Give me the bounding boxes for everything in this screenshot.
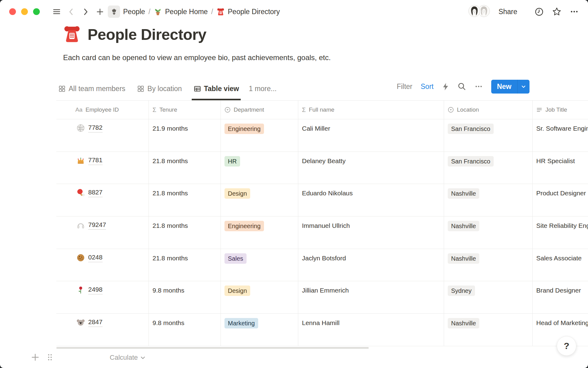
employee-id-cell[interactable]: 2498 [56, 281, 149, 313]
location-cell[interactable]: Nashville [444, 184, 533, 216]
department-cell[interactable]: Design [221, 184, 298, 216]
headphones-emoji-icon [77, 221, 85, 229]
full-name-cell[interactable]: Eduardo Nikolaus [298, 184, 444, 216]
department-cell[interactable]: Sales [221, 249, 298, 281]
tab-all-team-members[interactable]: All team members [56, 77, 127, 100]
zoom-window-button[interactable] [33, 8, 40, 15]
table-row[interactable]: 778121.8 monthsHRDelaney BeattySan Franc… [56, 152, 588, 184]
full-name-cell[interactable]: Jaclyn Botsford [298, 249, 444, 281]
drag-handle-icon[interactable] [47, 353, 53, 362]
breadcrumb-item[interactable]: People Home [154, 8, 208, 16]
employee-id-link[interactable]: 7781 [88, 156, 103, 165]
employee-id-link[interactable]: 79247 [88, 221, 106, 230]
favorite-star-icon[interactable] [552, 7, 562, 17]
employee-id-link[interactable]: 2847 [88, 318, 103, 327]
table-row[interactable]: 7924721.8 monthsEngineeringImmanuel Ullr… [56, 217, 588, 249]
avatar[interactable] [468, 4, 481, 19]
employee-id-cell[interactable]: 7781 [56, 152, 149, 184]
job-title-cell[interactable]: Sales Associate [533, 249, 588, 281]
new-button[interactable]: New [491, 80, 530, 94]
tenure-cell[interactable]: 21.8 months [149, 152, 221, 184]
tenure-cell[interactable]: 9.8 months [149, 314, 221, 346]
view-options-icon[interactable] [474, 82, 483, 91]
sort-button[interactable]: Sort [421, 82, 434, 91]
table-row[interactable]: 24989.8 monthsDesignJillian EmmerichSydn… [56, 281, 588, 314]
column-header-employee-id[interactable]: AaEmployee ID [56, 101, 149, 119]
page-icon-red-telephone[interactable] [62, 25, 81, 45]
employee-id-link[interactable]: 2498 [88, 286, 103, 294]
column-header-job-title[interactable]: Job Title [533, 101, 588, 119]
employee-id-cell[interactable]: 8827 [56, 184, 149, 216]
employee-id-link[interactable]: 0248 [88, 253, 103, 262]
job-title-cell[interactable]: Brand Designer [533, 281, 588, 313]
new-dropdown-chevron-icon[interactable] [517, 80, 530, 94]
filter-button[interactable]: Filter [397, 82, 412, 91]
employee-id-cell[interactable]: 7782 [56, 119, 149, 151]
calculate-label[interactable]: Calculate [110, 354, 138, 362]
employee-id-cell[interactable]: 79247 [56, 217, 149, 249]
table-row[interactable]: 28479.8 monthsMarketingLenna HamillNashv… [56, 314, 588, 346]
full-name-cell[interactable]: Jillian Emmerich [298, 281, 444, 313]
automations-bolt-icon[interactable] [442, 82, 449, 91]
location-cell[interactable]: Sydney [444, 281, 533, 313]
employee-id-cell[interactable]: 0248 [56, 249, 149, 281]
location-cell[interactable]: Nashville [444, 217, 533, 249]
search-icon[interactable] [458, 82, 466, 91]
tab-table-view[interactable]: Table view [192, 77, 241, 100]
employee-id-link[interactable]: 8827 [88, 188, 103, 197]
department-cell[interactable]: Engineering [221, 217, 298, 249]
table-row[interactable]: 778221.9 monthsEngineeringCali MillerSan… [56, 119, 588, 152]
tab-by-location[interactable]: By location [135, 77, 184, 100]
full-name-cell[interactable]: Lenna Hamill [298, 314, 444, 346]
tenure-cell[interactable]: 9.8 months [149, 281, 221, 313]
employee-id-link[interactable]: 7782 [88, 124, 103, 132]
forward-icon[interactable] [81, 8, 90, 16]
breadcrumb-item[interactable]: People Directory [217, 8, 280, 16]
table-row[interactable]: 882721.8 monthsDesignEduardo NikolausNas… [56, 184, 588, 217]
horizontal-scrollbar[interactable] [56, 347, 369, 349]
table-row[interactable]: 024821.8 monthsSalesJaclyn BotsfordNashv… [56, 249, 588, 282]
tenure-cell[interactable]: 21.8 months [149, 249, 221, 281]
job-title-cell[interactable]: HR Specialist [533, 152, 588, 184]
new-button-label[interactable]: New [491, 80, 517, 94]
job-title-cell[interactable]: Product Designer [533, 184, 588, 216]
full-name-cell[interactable]: Cali Miller [298, 119, 444, 151]
tenure-cell[interactable]: 21.9 months [149, 119, 221, 151]
sidebar-menu-icon[interactable] [52, 7, 61, 16]
full-name-cell[interactable]: Delaney Beatty [298, 152, 444, 184]
tenure-cell[interactable]: 21.8 months [149, 184, 221, 216]
department-cell[interactable]: HR [221, 152, 298, 184]
breadcrumb-item[interactable]: People [108, 6, 145, 18]
department-cell[interactable]: Engineering [221, 119, 298, 151]
calculate-button[interactable]: Calculate [56, 354, 146, 362]
tenure-value: 21.8 months [153, 188, 188, 198]
job-title-cell[interactable]: Site Reliability Engineer [533, 217, 588, 249]
minimize-window-button[interactable] [21, 8, 28, 15]
updates-clock-icon[interactable] [534, 7, 544, 17]
column-header-tenure[interactable]: ΣTenure [149, 101, 221, 119]
location-cell[interactable]: San Francisco [444, 119, 533, 151]
department-cell[interactable]: Marketing [221, 314, 298, 346]
tenure-cell[interactable]: 21.8 months [149, 217, 221, 249]
full-name-value: Cali Miller [302, 124, 330, 133]
location-cell[interactable]: Nashville [444, 249, 533, 281]
help-button[interactable]: ? [557, 336, 576, 356]
collaborator-avatars[interactable] [468, 4, 491, 19]
more-options-icon[interactable] [570, 7, 579, 16]
department-tag: Design [224, 188, 250, 199]
more-views-link[interactable]: 1 more... [249, 77, 277, 100]
location-cell[interactable]: San Francisco [444, 152, 533, 184]
column-header-location[interactable]: Location [444, 101, 533, 119]
location-cell[interactable]: Nashville [444, 314, 533, 346]
column-header-department[interactable]: Department [221, 101, 298, 119]
back-icon[interactable] [67, 8, 75, 16]
job-title-cell[interactable]: Sr. Software Engineer [533, 119, 588, 151]
close-window-button[interactable] [9, 8, 16, 15]
add-row-icon[interactable] [31, 353, 40, 362]
employee-id-cell[interactable]: 2847 [56, 314, 149, 346]
share-button[interactable]: Share [499, 8, 517, 16]
column-header-full-name[interactable]: ΣFull name [298, 101, 444, 119]
full-name-cell[interactable]: Immanuel Ullrich [298, 217, 444, 249]
department-cell[interactable]: Design [221, 281, 298, 313]
new-tab-icon[interactable] [96, 8, 104, 16]
